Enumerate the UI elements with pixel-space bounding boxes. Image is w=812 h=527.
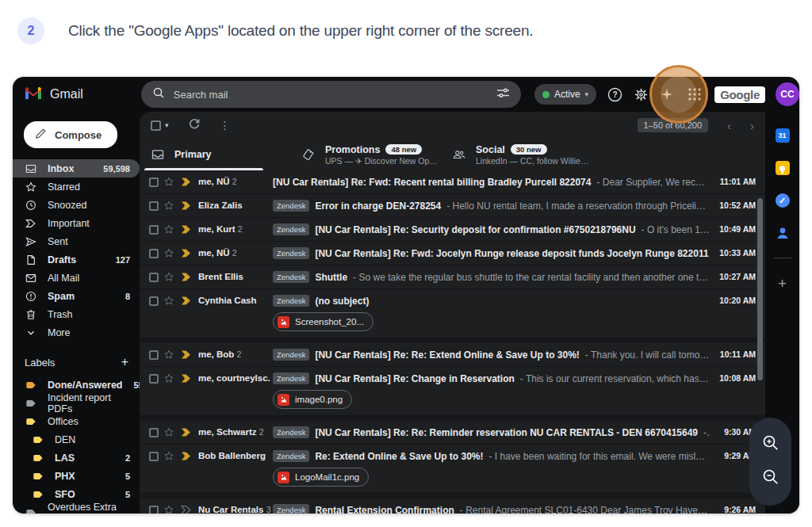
google-apps-button[interactable] xyxy=(685,85,704,104)
important-marker-icon[interactable] xyxy=(181,218,198,238)
zoom-out-button[interactable] xyxy=(761,468,780,490)
search-bar[interactable]: Search mail xyxy=(141,81,521,108)
sidebar-item[interactable]: Starred xyxy=(13,178,140,196)
email-subject: Shuttle xyxy=(315,272,347,283)
sidebar-item[interactable]: Important xyxy=(13,214,140,232)
select-all-checkbox[interactable]: ▾ xyxy=(151,120,169,131)
email-subject: [NU Car Rentals] Re: Re: Extend Online &… xyxy=(315,349,579,361)
sidebar-label-name: Offices xyxy=(48,416,79,427)
important-marker-icon[interactable] xyxy=(181,242,198,262)
sidebar-item[interactable]: Sent xyxy=(13,232,140,250)
sidebar-item[interactable]: Snoozed xyxy=(13,196,140,214)
tasks-icon[interactable]: ✓ xyxy=(775,193,791,208)
email-row[interactable]: Cynthia Cash Zendesk (no subject) Screen… xyxy=(140,289,765,338)
important-marker-icon[interactable] xyxy=(181,445,198,464)
newer-page-icon[interactable]: ‹ xyxy=(727,119,731,132)
email-checkbox[interactable] xyxy=(149,178,159,187)
star-icon[interactable] xyxy=(163,242,181,262)
star-icon[interactable] xyxy=(163,289,181,309)
email-row[interactable]: me, Bob 2 Zendesk [NU Car Rentals] Re: R… xyxy=(140,338,765,367)
sidebar-item[interactable]: Inbox 59,598 xyxy=(13,159,140,178)
status-selector[interactable]: Active ▾ xyxy=(534,84,596,105)
important-marker-icon[interactable] xyxy=(181,343,198,363)
refresh-icon[interactable] xyxy=(188,117,201,133)
older-page-icon[interactable]: › xyxy=(750,119,754,132)
important-marker-icon[interactable] xyxy=(181,498,198,514)
sidebar-label-item[interactable]: Overdues Extra Report xyxy=(13,503,140,514)
category-tab[interactable]: Primary xyxy=(140,139,290,170)
zoom-in-button[interactable] xyxy=(761,433,780,456)
sidebar-item-count: 59,598 xyxy=(103,164,130,174)
sidebar-item[interactable]: Drafts 127 xyxy=(13,250,140,269)
contacts-icon[interactable] xyxy=(775,225,791,241)
email-row[interactable]: Brent Ellis Zendesk Shuttle - So we take… xyxy=(140,265,765,289)
email-checkbox[interactable] xyxy=(149,374,159,384)
email-row[interactable]: Eliza Zalis Zendesk Error in charge DEN-… xyxy=(140,194,765,218)
sidebar-item[interactable]: All Mail xyxy=(13,269,140,287)
gmail-logo[interactable]: Gmail xyxy=(13,86,138,103)
email-checkbox[interactable] xyxy=(149,506,159,514)
star-icon[interactable] xyxy=(163,194,181,214)
email-row[interactable]: me, NÜ 2 [NU Car Rentals] Re: Fwd: Recen… xyxy=(140,170,765,194)
sidebar-label-item[interactable]: PHX 5 xyxy=(13,467,140,485)
attachment-chip[interactable]: Screenshot_20... xyxy=(273,312,373,331)
important-marker-icon[interactable] xyxy=(181,170,198,190)
compose-button[interactable]: Compose xyxy=(24,121,117,148)
email-checkbox[interactable] xyxy=(149,273,159,282)
list-scrollbar[interactable] xyxy=(757,198,763,380)
important-marker-icon[interactable] xyxy=(181,367,198,387)
email-checkbox[interactable] xyxy=(149,428,159,437)
search-options-icon[interactable] xyxy=(496,87,510,102)
attachment-chip[interactable]: LogoMail1c.png xyxy=(273,468,369,487)
zendesk-badge: Zendesk xyxy=(273,426,309,438)
important-marker-icon[interactable] xyxy=(181,421,198,441)
email-row[interactable]: me, Kurt 2 Zendesk [NU Car Rentals] Re: … xyxy=(140,218,765,242)
sidebar-item[interactable]: More xyxy=(13,323,140,342)
sidebar-item-label: More xyxy=(48,327,70,338)
category-tab[interactable]: Promotions 48 new UPS — ✈ Discover New O… xyxy=(290,139,441,170)
calendar-icon[interactable]: 31 xyxy=(775,128,791,143)
important-marker-icon[interactable] xyxy=(181,194,198,214)
sidebar-item-label: Drafts xyxy=(48,254,76,265)
email-row[interactable]: me, Schwartz 2 Zendesk [NU Car Rentals] … xyxy=(140,416,765,445)
star-icon[interactable] xyxy=(163,421,181,441)
sidebar-label-item[interactable]: LAS 2 xyxy=(13,449,140,467)
keep-icon[interactable] xyxy=(775,160,791,176)
star-icon[interactable] xyxy=(163,265,181,285)
email-checkbox[interactable] xyxy=(149,452,159,461)
add-label-icon[interactable]: + xyxy=(121,355,128,369)
important-marker-icon[interactable] xyxy=(181,289,198,309)
sidebar-item-icon xyxy=(25,199,36,211)
sidebar-label-item[interactable]: Offices xyxy=(13,412,140,430)
email-checkbox[interactable] xyxy=(149,225,159,235)
email-checkbox[interactable] xyxy=(149,201,159,211)
sidebar-label-item[interactable]: Incident report PDFs xyxy=(13,394,140,412)
star-icon[interactable] xyxy=(163,218,181,238)
sidebar-item[interactable]: Trash xyxy=(13,305,140,323)
star-icon[interactable] xyxy=(163,170,181,190)
star-icon[interactable] xyxy=(163,498,181,514)
sidebar: Compose Inbox 59,598 Starred xyxy=(13,112,140,514)
settings-gear-icon[interactable] xyxy=(633,86,649,102)
important-marker-icon[interactable] xyxy=(181,265,198,285)
add-addon-icon[interactable]: + xyxy=(778,275,787,292)
email-checkbox[interactable] xyxy=(149,350,159,360)
star-icon[interactable] xyxy=(163,367,181,387)
email-row[interactable]: me, courtneylsc. 2 Zendesk [NU Car Renta… xyxy=(140,367,765,416)
email-row[interactable]: Bob Ballenberg Zendesk Re: Extend Online… xyxy=(140,445,765,494)
sidebar-label-item[interactable]: DEN xyxy=(13,430,140,449)
help-icon[interactable]: ? xyxy=(607,86,622,102)
email-checkbox[interactable] xyxy=(149,296,159,306)
sidebar-item-label: Snoozed xyxy=(48,200,86,211)
attachment-chip[interactable]: image0.png xyxy=(273,390,352,409)
email-checkbox[interactable] xyxy=(149,249,159,258)
email-row[interactable]: Nu Car Rentals 3 Zendesk Rental Extensio… xyxy=(140,494,765,514)
sidebar-item[interactable]: Spam 8 xyxy=(13,287,140,305)
star-icon[interactable] xyxy=(163,445,181,464)
account-avatar[interactable]: CC xyxy=(776,82,799,106)
tab-icon xyxy=(151,148,164,161)
category-tab[interactable]: Social 30 new LinkedIn — CC, follow Will… xyxy=(441,139,592,170)
star-icon[interactable] xyxy=(163,343,181,363)
email-row[interactable]: me, NÜ 2 Zendesk [NU Car Rentals] Re: Fw… xyxy=(140,242,765,265)
more-options-icon[interactable]: ⋮ xyxy=(220,119,231,132)
